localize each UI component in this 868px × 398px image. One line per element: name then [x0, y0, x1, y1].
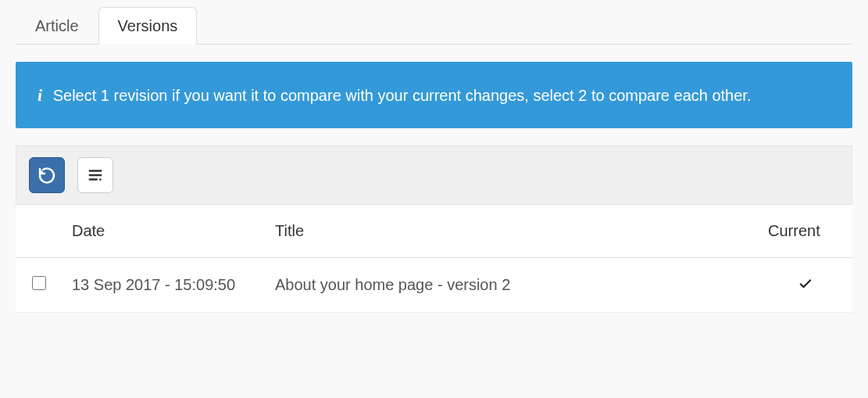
info-banner: i Select 1 revision if you want it to co… [16, 62, 852, 128]
check-icon [798, 277, 813, 294]
revert-icon [38, 166, 56, 185]
info-message: Select 1 revision if you want it to comp… [53, 87, 752, 104]
col-checkbox-header [16, 205, 63, 258]
row-checkbox[interactable] [32, 276, 46, 290]
tab-versions[interactable]: Versions [98, 7, 198, 45]
toolbar [16, 145, 852, 205]
list-icon [87, 167, 104, 184]
compare-button[interactable] [77, 157, 113, 193]
col-title-header: Title [266, 205, 759, 258]
revert-button[interactable] [29, 157, 65, 193]
col-date-header: Date [63, 205, 266, 258]
svg-point-3 [99, 178, 102, 181]
tab-article[interactable]: Article [16, 7, 98, 45]
info-icon: i [38, 82, 42, 108]
row-title: About your home page - version 2 [266, 258, 759, 313]
revisions-table: Date Title Current 13 Sep 2017 - 15:09:5… [16, 205, 852, 313]
col-current-header: Current [759, 205, 852, 258]
tabs: Article Versions [16, 0, 852, 45]
table-row: 13 Sep 2017 - 15:09:50 About your home p… [16, 258, 852, 313]
row-date: 13 Sep 2017 - 15:09:50 [63, 258, 266, 313]
